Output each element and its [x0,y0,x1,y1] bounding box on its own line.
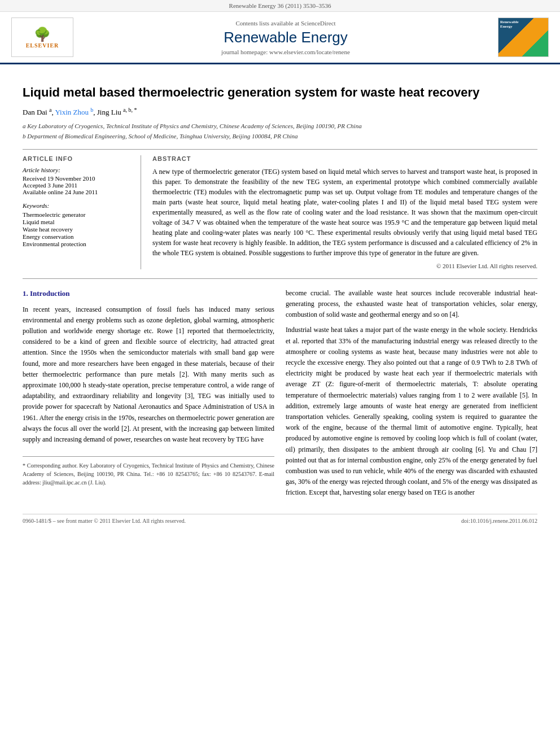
affiliation-a: a Key Laboratory of Cryogenics, Technica… [23,121,537,131]
footer-doi: doi:10.1016/j.renene.2011.06.012 [461,518,537,524]
elsevier-tree-icon: 🌳 [34,27,51,42]
authors-line: Dan Dai a, Yixin Zhou b, Jing Liu a, b, … [23,107,537,117]
received-date: Received 19 November 2010 [23,175,132,182]
body-para-2: become crucial. The available waste heat… [286,288,537,321]
keywords-group: Keywords: Thermoelectric generator Liqui… [23,202,132,247]
body-col-left: 1. Introduction In recent years, increas… [23,288,274,503]
top-bar: Renewable Energy 36 (2011) 3530–3536 [0,0,560,12]
copyright: © 2011 Elsevier Ltd. All rights reserved… [152,263,537,269]
contents-label: Contents lists available at ScienceDirec… [235,20,335,27]
history-label: Article history: [23,167,132,173]
available-date: Available online 24 June 2011 [23,189,132,195]
abstract-label: ABSTRACT [152,155,537,162]
sciencedirect-line: Contents lists available at ScienceDirec… [73,20,498,27]
author-yixin-zhou: Yixin Zhou b [55,108,93,116]
citation-topbar: Renewable Energy 36 (2011) 3530–3536 [229,2,331,9]
article-info-label: ARTICLE INFO [23,155,132,162]
re-logo: RenewableEnergy [498,18,549,57]
article-info-panel: ARTICLE INFO Article history: Received 1… [23,155,141,269]
keyword-1: Thermoelectric generator [23,211,132,218]
elsevier-logo: 🌳 ELSEVIER [11,18,73,57]
author-jing-liu: Jing Liu a, b, * [97,108,137,116]
body-col-right: become crucial. The available waste heat… [286,288,537,503]
affiliations: a Key Laboratory of Cryogenics, Technica… [23,121,537,141]
main-content: Liquid metal based thermoelectric genera… [0,64,560,535]
keyword-4: Energy conservation [23,233,132,240]
elsevier-brand: ELSEVIER [26,42,59,49]
keyword-2: Liquid metal [23,219,132,225]
footer-issn: 0960-1481/$ – see front matter © 2011 El… [23,518,186,524]
journal-header: 🌳 ELSEVIER Contents lists available at S… [0,12,560,64]
article-title: Liquid metal based thermoelectric genera… [23,85,537,101]
section1-title: 1. Introduction [23,288,274,300]
accepted-date: Accepted 3 June 2011 [23,182,132,189]
author-dan-dai: Dan Dai a [23,108,51,116]
section1-number: 1. [23,289,28,298]
re-logo-text: RenewableEnergy [500,20,519,29]
homepage-link: journal homepage: www.elsevier.com/locat… [73,49,498,55]
footer-bar: 0960-1481/$ – see front matter © 2011 El… [23,514,537,524]
abstract-text: A new type of thermoelectric generator (… [152,167,537,258]
keyword-5: Environmental protection [23,241,132,247]
abstract-section: ABSTRACT A new type of thermoelectric ge… [152,155,537,269]
journal-name: Renewable Energy [73,29,498,46]
footnote-section: * Corresponding author. Key Laboratory o… [23,456,274,487]
section1-label: Introduction [30,289,70,298]
article-history-group: Article history: Received 19 November 20… [23,167,132,195]
homepage-label: journal homepage: www.elsevier.com/locat… [221,49,350,55]
body-para-1: In recent years, increased consumption o… [23,304,274,445]
article-body: ARTICLE INFO Article history: Received 1… [23,155,537,269]
journal-center-info: Contents lists available at ScienceDirec… [73,20,498,55]
body-columns: 1. Introduction In recent years, increas… [23,288,537,503]
keywords-label: Keywords: [23,202,132,209]
keyword-3: Waste heat recovery [23,226,132,233]
footnote-text: * Corresponding author. Key Laboratory o… [23,461,274,487]
affiliation-b: b Department of Biomedical Engineering, … [23,132,537,141]
body-divider [23,278,537,279]
divider-1 [23,149,537,150]
body-para-3: Industrial waste heat takes a major part… [286,325,537,498]
